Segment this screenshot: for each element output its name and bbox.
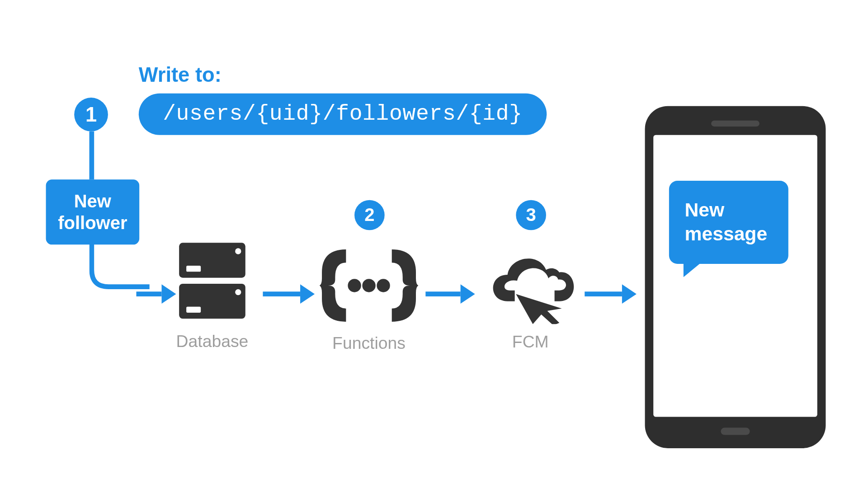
database-path-pill: /users/{uid}/followers/{id}: [139, 94, 547, 135]
connector-step1-to-trigger: [90, 131, 94, 180]
svg-point-8: [377, 279, 390, 292]
trigger-line2: follower: [58, 212, 127, 234]
svg-point-5: [235, 289, 241, 295]
step-2-badge: 2: [354, 200, 385, 230]
phone-home-bar: [721, 428, 750, 435]
step-3-badge: 3: [516, 200, 546, 230]
write-to-label: Write to:: [139, 63, 222, 87]
diagram-stage: Write to: /users/{uid}/followers/{id} 1 …: [0, 0, 868, 488]
phone-screen: New message: [653, 135, 817, 417]
svg-rect-2: [186, 266, 201, 272]
arrow-to-database: [136, 284, 176, 304]
phone-device: New message: [645, 106, 826, 448]
svg-point-6: [348, 279, 361, 292]
svg-point-3: [235, 248, 241, 254]
phone-speaker: [711, 121, 760, 127]
notification-bubble: New message: [669, 181, 788, 264]
bubble-line2: message: [685, 222, 773, 246]
arrow-to-phone: [585, 284, 637, 304]
node-database: Database: [173, 239, 251, 351]
database-label: Database: [176, 332, 249, 352]
svg-rect-0: [179, 243, 245, 277]
node-functions: Functions: [320, 241, 419, 353]
fcm-label: FCM: [512, 333, 549, 352]
database-icon: [173, 239, 251, 324]
functions-icon: [320, 241, 419, 325]
svg-rect-4: [186, 307, 201, 313]
step-1-badge: 1: [74, 98, 108, 131]
trigger-new-follower: New follower: [46, 179, 140, 244]
functions-label: Functions: [332, 334, 406, 353]
svg-point-7: [362, 279, 375, 292]
fcm-icon: [482, 246, 579, 324]
node-fcm: FCM: [482, 246, 579, 352]
bubble-line1: New: [685, 197, 773, 221]
trigger-line1: New: [58, 190, 127, 212]
arrow-to-functions: [263, 284, 315, 304]
svg-rect-1: [179, 284, 245, 319]
arrow-to-fcm: [425, 284, 475, 304]
